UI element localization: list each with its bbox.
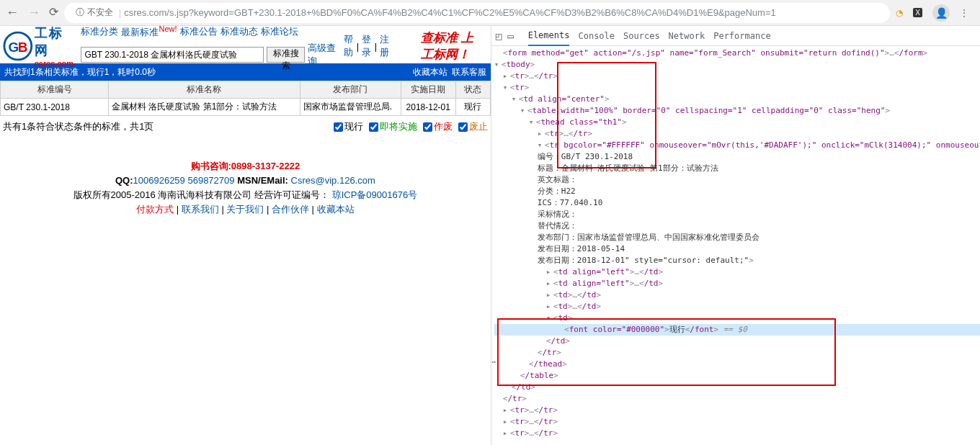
tab-sources[interactable]: Sources — [623, 31, 660, 41]
th-status: 状态 — [455, 81, 490, 99]
tab-network[interactable]: Network — [669, 31, 705, 41]
search-button[interactable]: 标准搜索 — [267, 47, 305, 63]
ck-current[interactable]: 现行 — [334, 120, 363, 133]
tab-elements[interactable]: Elements — [528, 30, 570, 46]
ck-abolished[interactable]: 废止 — [458, 120, 488, 133]
nav-links: 标准分类 最新标准New! 标准公告 标准动态 标准论坛 — [81, 24, 338, 39]
tab-console[interactable]: Console — [578, 31, 615, 41]
page-content: GB 工标网 csres.com 标准分类 最新标准New! 标准公告 标准动态… — [0, 26, 491, 445]
register-link[interactable]: 注册 — [380, 33, 389, 59]
top-right-links: 帮助 | 登录 | 注册 查标准 上工标网！ — [344, 30, 487, 63]
table-header: 标准编号 标准名称 发布部门 实施日期 状态 — [1, 81, 491, 99]
svg-text:B: B — [18, 40, 28, 55]
contact-link[interactable]: 联系客服 — [452, 66, 486, 78]
login-link[interactable]: 登录 — [362, 33, 371, 59]
extension-icons: ◔ X 👤 ⋮ — [896, 4, 974, 22]
devtools-tabs: ◰ ▭ Elements Console Sources Network Per… — [491, 26, 980, 46]
pay-link[interactable]: 付款方式 — [136, 204, 174, 215]
site-header: GB 工标网 csres.com 标准分类 最新标准New! 标准公告 标准动态… — [0, 26, 491, 63]
cell-dept: 国家市场监督管理总局. — [300, 99, 401, 116]
hotline: 购书咨询:0898-3137-2222 — [0, 159, 491, 174]
cell-code: GB/T 230.1-2018 — [1, 99, 109, 116]
advanced-search[interactable]: 高级查询 — [308, 42, 338, 68]
fav-link[interactable]: 收藏本站 — [317, 204, 355, 215]
profile-avatar[interactable]: 👤 — [932, 4, 950, 22]
cell-date: 2018-12-01 — [401, 99, 455, 116]
copyright: 版权所有2005-2016 海南讯海科技有限公司 经营许可证编号： — [74, 189, 329, 200]
footer: 购书咨询:0898-3137-2222 QQ:1006926259 569872… — [0, 159, 491, 217]
cell-status: 现行 — [455, 99, 490, 116]
logo[interactable]: GB 工标网 csres.com — [3, 30, 75, 62]
search-row: 标准搜索 高级查询 — [81, 42, 338, 68]
ext2-icon[interactable]: X — [913, 8, 922, 17]
nav-category[interactable]: 标准分类 — [81, 25, 118, 38]
help-link[interactable]: 帮助 — [344, 33, 353, 59]
msn-label: MSN/EMail: — [237, 175, 290, 186]
gutter-ellipsis-icon: ⋯ — [491, 356, 496, 367]
th-dept: 发布部门 — [300, 81, 401, 99]
inspect-icon[interactable]: ◰ — [496, 30, 502, 42]
url-path: /s.jsp?keyword=GBT+230.1-2018+%BD%F0%CA%… — [166, 7, 775, 18]
qq-val: 1006926259 569872709 — [133, 175, 235, 186]
ck-upcoming[interactable]: 即将实施 — [369, 120, 417, 133]
favorite-link[interactable]: 收藏本站 — [413, 66, 447, 78]
address-bar[interactable]: ⓘ 不安全 | csres.com/s.jsp?keyword=GBT+230.… — [64, 3, 890, 23]
device-icon[interactable]: ▭ — [507, 30, 513, 42]
back-icon[interactable]: ← — [6, 5, 19, 20]
reload-icon[interactable]: ⟳ — [49, 5, 58, 20]
about-link[interactable]: 关于我们 — [226, 204, 264, 215]
nav-arrows: ← → ⟳ — [6, 5, 58, 20]
search-input[interactable] — [81, 47, 264, 63]
nav-notice[interactable]: 标准公告 — [180, 25, 218, 38]
info-icon: ⓘ — [76, 6, 84, 19]
tab-performance[interactable]: Performance — [713, 31, 770, 41]
result-count: 共找到1条相关标准，现行1，耗时0.0秒 — [4, 66, 156, 78]
menu-icon[interactable]: ⋮ — [960, 8, 968, 18]
nav-forum[interactable]: 标准论坛 — [261, 25, 298, 38]
partner-link[interactable]: 合作伙伴 — [272, 204, 309, 215]
status-filter-row: 共有1条符合状态条件的标准，共1页 现行 即将实施 作废 废止 — [0, 116, 491, 138]
nav-dynamic[interactable]: 标准动态 — [220, 25, 258, 38]
ck-void[interactable]: 作废 — [423, 120, 453, 133]
summary-text: 共有1条符合状态条件的标准，共1页 — [3, 120, 153, 133]
results-table: 标准编号 标准名称 发布部门 实施日期 状态 GB/T 230.1-2018 金… — [0, 81, 491, 116]
msn-val: Csres@vip.126.com — [291, 175, 375, 186]
nav-newstd[interactable]: 最新标准New! — [121, 24, 177, 39]
qq-label: QQ: — [115, 175, 133, 186]
insecure-label: 不安全 — [87, 6, 113, 19]
url-host: csres.com — [124, 7, 166, 18]
icp-link[interactable]: 琼ICP备09001676号 — [332, 189, 418, 200]
forward-icon[interactable]: → — [27, 5, 40, 20]
elements-tree[interactable]: <form method="get" action="/s.jsp" name=… — [491, 46, 980, 441]
contact-us-link[interactable]: 联系我们 — [182, 204, 219, 215]
insecure-badge: ⓘ 不安全 | — [76, 6, 124, 19]
ext1-icon[interactable]: ◔ — [896, 8, 903, 18]
table-row[interactable]: GB/T 230.1-2018 金属材料 洛氏硬度试验 第1部分：试验方法 国家… — [1, 99, 491, 116]
th-date: 实施日期 — [401, 81, 455, 99]
slogan-text: 查标准 上工标网！ — [421, 30, 473, 63]
th-code: 标准编号 — [1, 81, 109, 99]
new-badge: New! — [159, 24, 177, 33]
slogan: 查标准 上工标网！ — [421, 30, 473, 63]
th-name: 标准名称 — [109, 81, 300, 99]
browser-toolbar: ← → ⟳ ⓘ 不安全 | csres.com/s.jsp?keyword=GB… — [0, 0, 980, 26]
devtools-panel: ◰ ▭ Elements Console Sources Network Per… — [491, 26, 980, 445]
cell-name: 金属材料 洛氏硬度试验 第1部分：试验方法 — [109, 99, 300, 116]
logo-cn: 工标网 — [35, 24, 76, 59]
